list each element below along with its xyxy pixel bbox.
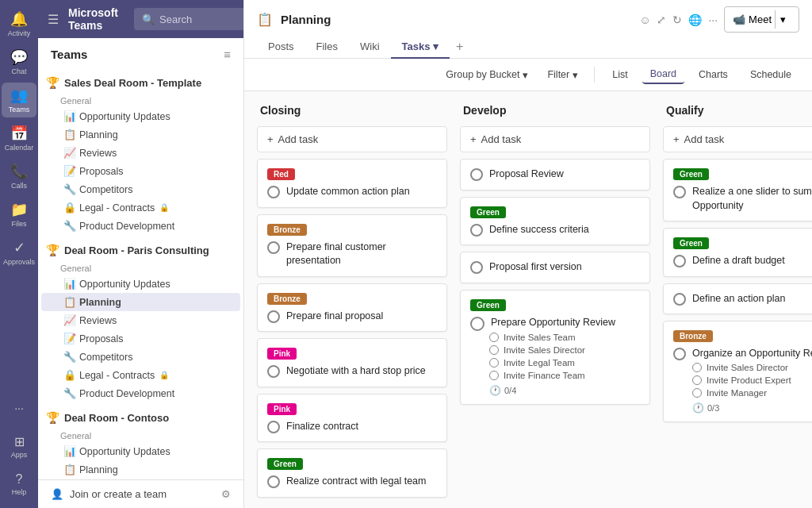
task-card-t1[interactable]: Red Update common action plan (257, 159, 447, 208)
tag-green: Green (673, 237, 709, 249)
channel-proposals-1[interactable]: 📝 Proposals (41, 162, 240, 180)
task-card-q3[interactable]: Define an action plan (663, 283, 812, 315)
sub-check[interactable] (489, 371, 499, 380)
channel-legal-paris[interactable]: 🔒 Legal - Contracts 🔒 (41, 366, 240, 384)
team-paris[interactable]: 🏆 Deal Room - Paris Consulting ··· (38, 238, 243, 262)
main-area: 📋 Planning ☺ ⤢ ↻ 🌐 ··· 📹 Meet ▾ Posts Fi… (244, 0, 812, 508)
task-row: Realize a one slider to sum up the Oppor… (673, 185, 812, 213)
nav-item-files[interactable]: 📁 Files (2, 197, 36, 232)
view-list[interactable]: List (604, 66, 635, 83)
task-card-q2[interactable]: Green Define a draft budget (663, 228, 812, 277)
sub-check[interactable] (489, 345, 499, 355)
view-schedule[interactable]: Schedule (742, 66, 799, 83)
tag-bronze: Bronze (267, 224, 307, 236)
sub-check[interactable] (692, 363, 702, 372)
task-check[interactable] (267, 241, 280, 254)
more-icon[interactable]: ··· (708, 13, 718, 26)
team-contoso[interactable]: 🏆 Deal Room - Contoso ··· (38, 406, 243, 429)
nav-item-help[interactable]: ? Help (2, 467, 36, 502)
tab-tasks[interactable]: Tasks ▾ (391, 36, 450, 59)
task-check[interactable] (673, 255, 686, 267)
task-check[interactable] (673, 348, 686, 360)
sub-check[interactable] (489, 358, 499, 368)
channel-opportunity-updates-1[interactable]: 📊 Opportunity Updates (41, 107, 240, 125)
task-title: Organize an Opportunity Review (692, 347, 812, 361)
task-check-large[interactable] (470, 317, 485, 331)
task-card-d3[interactable]: Proposal first version (460, 252, 650, 283)
task-check[interactable] (470, 261, 483, 274)
channel-planning-contoso[interactable]: 📋 Planning (41, 460, 240, 479)
task-check[interactable] (470, 168, 483, 181)
nav-item-chat[interactable]: 💬 Chat (2, 44, 36, 79)
task-card-t5[interactable]: Pink Finalize contract (257, 394, 447, 443)
task-card-d4[interactable]: Green Prepare Opportunity Review Invite … (460, 290, 650, 405)
nav-item-approvals[interactable]: ✓ Approvals (2, 235, 36, 270)
settings-icon[interactable]: ⚙ (221, 488, 231, 500)
sub-check[interactable] (489, 333, 499, 342)
channel-product-paris[interactable]: 🔧 Product Development (41, 384, 240, 402)
channel-competitors-1[interactable]: 🔧 Competitors (41, 180, 240, 198)
task-check[interactable] (267, 421, 280, 433)
meet-button[interactable]: 📹 Meet ▾ (724, 6, 799, 33)
task-title: Realize contract with legal team (286, 475, 426, 489)
tab-files[interactable]: Files (305, 36, 349, 59)
filter-icon[interactable]: ≡ (224, 48, 231, 61)
filter-button[interactable]: Filter ▾ (541, 66, 584, 84)
add-task-qualify[interactable]: + Add task (663, 126, 812, 152)
channel-planning-1[interactable]: 📋 Planning (41, 125, 240, 144)
channel-opportunity-paris[interactable]: 📊 Opportunity Updates (41, 275, 240, 293)
nav-item-teams[interactable]: 👥 Teams (2, 83, 36, 117)
channel-product-dev-1[interactable]: 🔧 Product Development (41, 217, 240, 235)
channel-reviews-1[interactable]: 📈 Reviews (41, 144, 240, 162)
nav-item-apps[interactable]: ⊞ Apps (2, 429, 36, 464)
tab-wiki[interactable]: Wiki (349, 36, 391, 59)
emoji-icon[interactable]: ☺ (639, 13, 650, 26)
task-card-t2[interactable]: Bronze Prepare final customer presentati… (257, 214, 447, 277)
add-task-closing[interactable]: + Add task (257, 126, 447, 152)
channel-planning-paris[interactable]: 📋 Planning (41, 293, 240, 311)
task-check[interactable] (470, 224, 483, 237)
team-sales-deal-room[interactable]: 🏆 Sales Deal Room - Template ··· (38, 71, 243, 94)
progress-badge-q: 🕐 0/3 (673, 399, 812, 414)
globe-icon[interactable]: 🌐 (688, 13, 702, 26)
add-tab-button[interactable]: + (450, 37, 469, 57)
tab-posts[interactable]: Posts (257, 36, 305, 59)
task-card-t3[interactable]: Bronze Prepare final proposal (257, 283, 447, 333)
task-check[interactable] (673, 186, 686, 198)
task-row: Prepare final proposal (267, 310, 437, 324)
channel-competitors-paris[interactable]: 🔧 Competitors (41, 348, 240, 366)
sub-check[interactable] (692, 375, 702, 385)
task-check[interactable] (267, 310, 280, 323)
meet-dropdown-icon[interactable]: ▾ (775, 10, 791, 29)
channel-reviews-paris[interactable]: 📈 Reviews (41, 311, 240, 329)
refresh-icon[interactable]: ↻ (672, 13, 682, 26)
task-card-d2[interactable]: Green Define success criteria (460, 197, 650, 246)
add-task-develop[interactable]: + Add task (460, 126, 650, 152)
task-check[interactable] (673, 293, 686, 306)
task-card-q1[interactable]: Green Realize a one slider to sum up the… (663, 159, 812, 221)
task-title: Finalize contract (286, 420, 358, 434)
channel-opportunity-contoso[interactable]: 📊 Opportunity Updates (41, 442, 240, 460)
channel-legal-1[interactable]: 🔒 Legal - Contracts 🔒 (41, 198, 240, 217)
group-by-button[interactable]: Group by Bucket ▾ (439, 66, 534, 84)
progress-value-q: 0/3 (707, 403, 719, 413)
task-check[interactable] (267, 475, 280, 488)
view-board[interactable]: Board (642, 65, 684, 84)
join-team-row[interactable]: 👤 Join or create a team ⚙ (38, 479, 243, 508)
nav-item-activity[interactable]: 🔔 Activity (2, 6, 36, 41)
expand-icon[interactable]: ⤢ (657, 13, 666, 26)
hamburger-icon[interactable]: ☰ (48, 12, 59, 27)
task-check[interactable] (267, 186, 280, 198)
sub-check[interactable] (692, 388, 702, 398)
trophy-icon-3: 🏆 (46, 411, 59, 424)
task-card-q4[interactable]: Bronze Organize an Opportunity Review In… (663, 321, 812, 422)
nav-item-calls[interactable]: 📞 Calls (2, 159, 36, 194)
task-check[interactable] (267, 365, 280, 378)
task-card-t6[interactable]: Green Realize contract with legal team (257, 448, 447, 498)
task-card-d1[interactable]: Proposal Review (460, 159, 650, 190)
task-card-t4[interactable]: Pink Negotiate with a hard stop price (257, 338, 447, 387)
channel-proposals-paris[interactable]: 📝 Proposals (41, 329, 240, 348)
view-charts[interactable]: Charts (691, 66, 736, 83)
nav-item-more[interactable]: ··· (2, 391, 36, 425)
nav-item-calendar[interactable]: 📅 Calendar (2, 121, 36, 156)
